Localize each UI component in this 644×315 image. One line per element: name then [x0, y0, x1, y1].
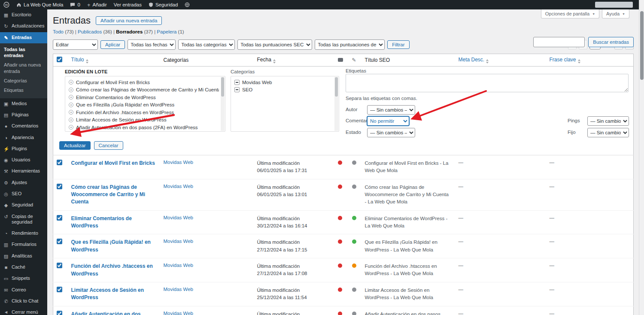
comments-shortcut[interactable]: 0: [67, 0, 83, 9]
post-title-link[interactable]: Eliminar Comentarios de WordPress: [71, 215, 157, 230]
sidebar-item[interactable]: ■ Caché: [0, 262, 47, 273]
select-all-checkbox[interactable]: [57, 57, 62, 62]
row-checkbox[interactable]: [57, 311, 62, 315]
readability-filter-select[interactable]: Todas las puntuaciones de: [315, 39, 385, 50]
row-checkbox-cell[interactable]: [53, 179, 68, 210]
post-title-link[interactable]: Cómo crear las Páginas de Woocommerce de…: [71, 184, 157, 206]
remove-item-icon[interactable]: [69, 110, 73, 115]
sidebar-item[interactable]: ↺ Copias de seguridad: [0, 211, 47, 228]
comments-select[interactable]: No permitir: [367, 116, 409, 126]
sidebar-item[interactable]: ✉ Correo: [0, 285, 47, 296]
sidebar-item[interactable]: ◑ Apariencia: [0, 132, 47, 143]
apply-button[interactable]: Aplicar: [100, 40, 125, 49]
sidebar-item[interactable]: ⚒ Herramientas: [0, 166, 47, 177]
sticky-select[interactable]: — Sin cambios —: [587, 128, 629, 137]
row-checkbox-cell[interactable]: [53, 306, 68, 315]
row-checkbox-cell[interactable]: [53, 155, 68, 179]
post-category-link[interactable]: Movidas Web: [164, 287, 193, 292]
post-category-link[interactable]: Movidas Web: [164, 263, 193, 268]
wordpress-logo-icon[interactable]: W: [0, 0, 13, 9]
security-menu[interactable]: Seguridad: [145, 0, 181, 9]
row-checkbox-cell[interactable]: [53, 234, 68, 258]
bulk-action-select[interactable]: Editar: [53, 39, 98, 50]
list-scrollbar[interactable]: [221, 77, 225, 131]
category-checklist-item[interactable]: Movidas Web: [234, 79, 333, 86]
help-tab[interactable]: Ayuda ▼: [602, 9, 629, 18]
sidebar-item[interactable]: ◎ SEO: [0, 188, 47, 200]
site-home-link[interactable]: La Web Que Mola: [13, 0, 67, 9]
language-menu[interactable]: [181, 0, 193, 9]
list-scrollbar[interactable]: [334, 77, 338, 131]
remove-item-icon[interactable]: [69, 95, 73, 100]
row-checkbox-cell[interactable]: [53, 210, 68, 234]
row-checkbox-cell[interactable]: [53, 282, 68, 306]
sidebar-item[interactable]: ▦ Escritorio: [0, 9, 47, 21]
sidebar-item[interactable]: ⚙ Ajustes: [0, 177, 47, 188]
new-content-menu[interactable]: + Añadir: [84, 0, 110, 9]
row-checkbox[interactable]: [57, 263, 62, 268]
post-category-link[interactable]: Movidas Web: [164, 239, 193, 244]
view-filter-link[interactable]: Publicados (36): [78, 29, 116, 34]
submenu-item[interactable]: Etiquetas: [0, 85, 47, 95]
sidebar-item-click-to-chat[interactable]: ✆ Click to Chat: [0, 296, 47, 307]
column-keyphrase[interactable]: Frase clave: [546, 54, 634, 67]
sidebar-item[interactable]: ↻ Actualizaciones: [0, 21, 47, 32]
search-posts-button[interactable]: Buscar entradas: [588, 37, 634, 47]
row-checkbox[interactable]: [57, 184, 62, 189]
post-title-link[interactable]: Configurar el Movil First en Bricks: [71, 160, 155, 167]
sidebar-item[interactable]: ▭ Snippets: [0, 273, 47, 284]
pings-select[interactable]: — Sin cambios —: [587, 116, 629, 126]
view-filter-link[interactable]: Papelera (1): [157, 29, 184, 34]
category-filter-select[interactable]: Todas las categorías: [178, 39, 235, 50]
search-input[interactable]: [533, 37, 585, 47]
post-title-link[interactable]: Limitar Accesos de Sesión en WordPress: [71, 287, 157, 302]
remove-item-icon[interactable]: [69, 125, 73, 130]
sidebar-item[interactable]: ▣ Medios: [0, 98, 47, 109]
indeterminate-checkbox[interactable]: [234, 80, 240, 85]
column-title[interactable]: Título: [68, 54, 160, 67]
column-meta-desc[interactable]: Meta Desc.: [455, 54, 546, 67]
submenu-item[interactable]: Añadir una nueva entrada: [0, 60, 47, 76]
row-checkbox[interactable]: [57, 239, 62, 244]
status-select[interactable]: — Sin cambios —: [367, 128, 415, 137]
select-all-checkbox-cell[interactable]: [53, 54, 68, 67]
date-filter-select[interactable]: Todas las fechas: [128, 39, 176, 50]
sidebar-item[interactable]: ⚡ Plugins: [0, 143, 47, 154]
post-title-link[interactable]: Función del Archivo .htaccess en WordPre…: [71, 263, 157, 278]
remove-item-icon[interactable]: [69, 118, 73, 122]
sidebar-item[interactable]: ◉ Usuarios: [0, 154, 47, 166]
sidebar-item[interactable]: ● Comentarios: [0, 121, 47, 132]
sidebar-item-entradas[interactable]: ✎ Entradas: [0, 32, 47, 43]
screen-options-tab[interactable]: Opciones de pantalla ▼: [541, 9, 599, 18]
collapse-menu-button[interactable]: ◀ Cerrar menú: [0, 307, 47, 315]
category-checklist-item[interactable]: SEO: [234, 86, 333, 93]
remove-item-icon[interactable]: [69, 80, 73, 85]
sidebar-item[interactable]: ◔ Rendimiento: [0, 228, 47, 239]
remove-item-icon[interactable]: [69, 103, 73, 107]
user-menu-placeholder[interactable]: [595, 2, 633, 8]
submenu-item[interactable]: Categorías: [0, 76, 47, 85]
sidebar-item[interactable]: ◆ Seguridad: [0, 200, 47, 211]
tags-textarea[interactable]: [346, 74, 629, 92]
post-category-link[interactable]: Movidas Web: [164, 215, 193, 220]
column-date[interactable]: Fecha: [254, 54, 334, 67]
add-new-post-button[interactable]: Añadir una nueva entrada: [96, 16, 162, 25]
sidebar-item[interactable]: ▥ Formularios: [0, 239, 47, 250]
row-checkbox[interactable]: [57, 287, 62, 292]
update-button[interactable]: Actualizar: [59, 141, 91, 150]
view-filter-link[interactable]: Todo (73): [53, 29, 78, 34]
post-title-link[interactable]: Añadir Autenticación en dos pasos (2FA) …: [71, 311, 157, 315]
row-checkbox-cell[interactable]: [53, 258, 68, 282]
author-select[interactable]: — Sin cambios —: [367, 105, 415, 115]
filter-button[interactable]: Filtrar: [387, 40, 409, 49]
post-category-link[interactable]: Movidas Web: [164, 160, 193, 165]
sidebar-item[interactable]: ▨ Analíticas: [0, 251, 47, 262]
post-category-link[interactable]: Movidas Web: [164, 311, 193, 315]
page-scrollbar[interactable]: [639, 0, 644, 315]
row-checkbox[interactable]: [57, 215, 62, 221]
remove-item-icon[interactable]: [69, 88, 73, 92]
column-seo-score[interactable]: [334, 54, 349, 67]
cancel-button[interactable]: Cancelar: [94, 141, 123, 150]
row-checkbox[interactable]: [57, 160, 62, 165]
indeterminate-checkbox[interactable]: [234, 87, 240, 92]
